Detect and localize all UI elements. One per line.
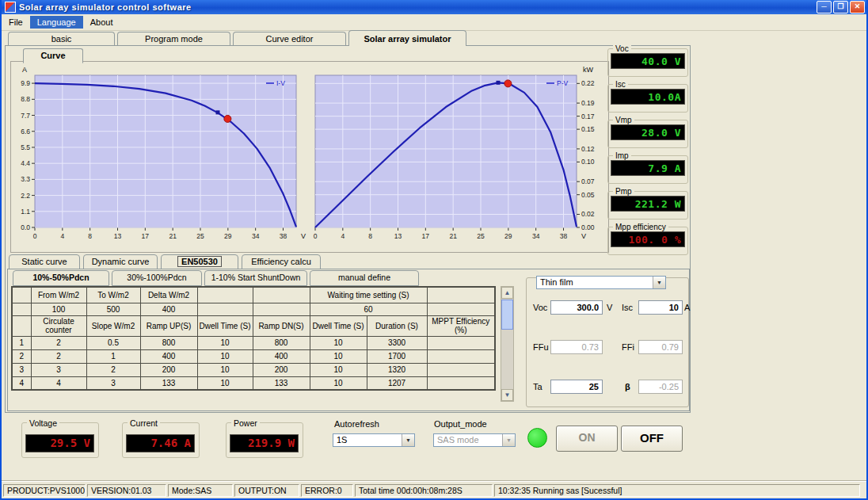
tab-en50530[interactable]: EN50530 [161, 254, 238, 269]
close-button[interactable]: ✕ [850, 1, 865, 13]
operating-point-marker [224, 115, 231, 122]
scroll-up-icon[interactable]: ▲ [501, 287, 513, 299]
table-cell: 1320 [367, 363, 427, 376]
table-cell: 100 [31, 303, 86, 315]
table-cell: 133 [253, 376, 310, 390]
tab-program-mode[interactable]: Program mode [117, 32, 230, 46]
voc-param-input[interactable] [550, 300, 603, 315]
ta-param-input[interactable] [550, 380, 603, 394]
tab-curve[interactable]: Curve [23, 48, 83, 63]
svg-text:4: 4 [341, 232, 345, 240]
tab-dynamic-curve[interactable]: Dynamic curve [83, 254, 158, 269]
ffu-param-input[interactable] [550, 340, 603, 354]
svg-text:0.02: 0.02 [581, 210, 595, 218]
table-row: 10050040060 [12, 303, 495, 315]
status-output: OUTPUT:ON [234, 484, 299, 497]
table-scrollbar[interactable]: ▲ ▼ [501, 286, 514, 402]
svg-text:2.2: 2.2 [21, 192, 30, 200]
table-cell: 3 [31, 363, 86, 376]
table-row: 33220010200101320 [12, 363, 495, 376]
table-cell: 2 [31, 349, 86, 363]
beta-param-input[interactable] [638, 380, 683, 394]
chart-panel: 048131721252934389.98.87.76.65.54.43.32.… [10, 61, 609, 253]
tab-basic[interactable]: basic [8, 32, 115, 46]
table-cell: Ramp UP(S) [140, 315, 197, 336]
svg-text:21: 21 [169, 232, 177, 240]
off-button[interactable]: OFF [621, 426, 683, 452]
svg-text:0.12: 0.12 [581, 145, 595, 153]
tab-solar-array-simulator[interactable]: Solar array simulator [348, 30, 466, 46]
svg-text:9.9: 9.9 [21, 79, 30, 87]
svg-text:21: 21 [449, 232, 457, 240]
tab-30-100-pdcn[interactable]: 30%-100%Pdcn [112, 270, 202, 286]
table-cell: Dwell Time (S) [197, 315, 253, 336]
readout-label: Mpp efficiency [613, 223, 668, 231]
output-mode-select[interactable]: SAS mode ▼ [433, 433, 516, 447]
on-button[interactable]: ON [556, 426, 618, 452]
maximize-button[interactable]: ❐ [833, 1, 848, 13]
readout-vmp: Vmp 28.0 V [607, 120, 688, 148]
table-cell: 3 [86, 376, 140, 390]
chevron-down-icon[interactable]: ▼ [502, 434, 515, 446]
scroll-down-icon[interactable]: ▼ [501, 389, 513, 401]
table-cell [253, 303, 310, 315]
tab-start-shuntdown[interactable]: 1-10% Start ShuntDown [204, 270, 307, 286]
table-cell: 10 [310, 349, 367, 363]
svg-text:29: 29 [224, 232, 232, 240]
autorefresh-select[interactable]: 1S ▼ [333, 433, 415, 447]
tab-10-50-pdcn[interactable]: 10%-50%Pdcn [13, 270, 109, 286]
table-cell: Dwell Time (S) [310, 315, 367, 336]
minimize-button[interactable]: ─ [817, 1, 832, 13]
power-display: 219.9 W [230, 434, 299, 452]
table-cell: 10 [310, 363, 367, 376]
svg-text:25: 25 [477, 232, 485, 240]
scroll-thumb[interactable] [501, 300, 513, 330]
table-row: 120.580010800103300 [12, 336, 495, 349]
ffu-param-label: FFu [533, 342, 549, 352]
operating-point-marker [504, 80, 512, 87]
mpp-efficiency-display: 100. 0 % [611, 231, 685, 247]
table-cell: 0.5 [86, 336, 140, 349]
ffi-param-input[interactable] [638, 340, 683, 354]
menu-language[interactable]: Language [30, 16, 83, 29]
tab-curve-editor[interactable]: Curve editor [233, 32, 346, 46]
table-cell: 3300 [367, 336, 427, 349]
isc-param-input[interactable] [638, 300, 683, 315]
simulator-panel: Curve 048131721252934389.98.87.76.65.54.… [5, 45, 691, 413]
table-cell: Waiting time setting (S) [310, 287, 427, 303]
status-running-message: 10:32:35 Running sas [Sucessful] [494, 484, 860, 497]
voc-param-label: Voc [533, 303, 547, 312]
tab-manual-define[interactable]: manual define [310, 270, 419, 286]
imp-display: 7.9 A [611, 160, 685, 176]
chevron-down-icon[interactable]: ▼ [402, 434, 414, 446]
mpp-marker [216, 110, 220, 114]
en50530-grid: From W/m2To W/m2Delta W/m2Waiting time s… [11, 286, 496, 391]
power-group: Power 219.9 W [226, 422, 303, 458]
svg-text:0.15: 0.15 [581, 125, 595, 133]
menu-file[interactable]: File [2, 16, 30, 29]
pv-chart: 048131721252934380.220.190.170.150.120.1… [309, 64, 608, 250]
svg-text:0.22: 0.22 [581, 79, 595, 87]
table-cell [427, 376, 495, 390]
table-cell [197, 287, 253, 303]
menu-about[interactable]: About [83, 16, 120, 29]
readout-label: Voc [613, 44, 631, 53]
readout-isc: Isc 10.0A [607, 84, 688, 113]
voltage-display: 29.5 V [25, 434, 94, 452]
readout-mpp-efficiency: Mpp efficiency 100. 0 % [607, 227, 688, 255]
module-type-select[interactable]: Thin film ▼ [536, 276, 666, 289]
table-row: Circulate counterSlope W/m2Ramp UP(S)Dwe… [12, 315, 495, 336]
chart-legend: I-V [276, 79, 285, 87]
x-axis-unit-label: V [581, 232, 586, 240]
tab-efficiency-calcu[interactable]: Efficiency calcu [242, 254, 321, 269]
status-bar: PRODUCT:PVS1000 VERSION:01.03 Mode:SAS O… [2, 481, 866, 499]
tab-static-curve[interactable]: Static curve [9, 254, 80, 269]
table-cell [12, 303, 31, 315]
table-cell [12, 287, 31, 303]
readout-label: Isc [613, 80, 628, 89]
output-status-led [527, 428, 547, 448]
table-cell: 2 [12, 349, 31, 363]
chevron-down-icon[interactable]: ▼ [653, 277, 665, 288]
svg-text:29: 29 [504, 232, 512, 240]
svg-text:4.4: 4.4 [21, 159, 30, 167]
